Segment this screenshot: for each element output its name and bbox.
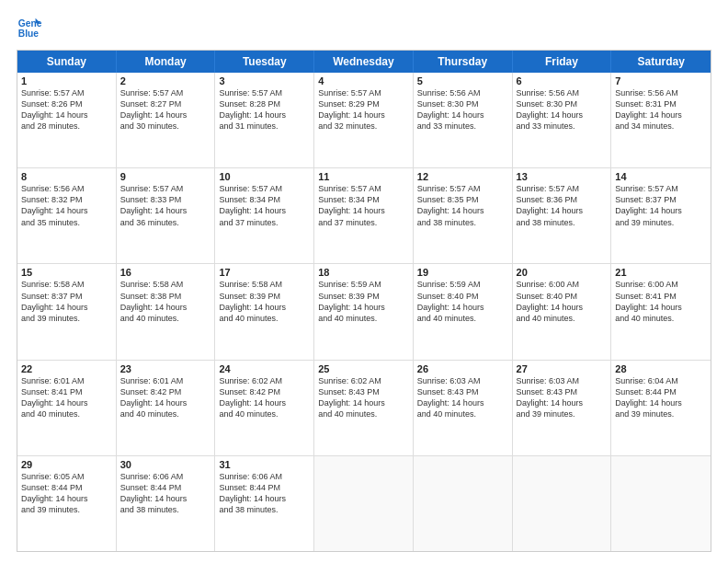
- cell-info: Sunrise: 5:56 AM Sunset: 8:30 PM Dayligh…: [417, 87, 508, 132]
- cell-info: Sunrise: 5:57 AM Sunset: 8:37 PM Dayligh…: [615, 183, 707, 228]
- day-number: 26: [417, 363, 508, 374]
- cell-info: Sunrise: 6:06 AM Sunset: 8:44 PM Dayligh…: [219, 471, 310, 516]
- day-number: 10: [219, 171, 310, 182]
- day-number: 14: [615, 171, 707, 182]
- day-number: 20: [517, 267, 608, 278]
- day-number: 19: [417, 267, 508, 278]
- day-number: 22: [21, 363, 112, 374]
- cell-info: Sunrise: 6:04 AM Sunset: 8:44 PM Dayligh…: [615, 375, 707, 420]
- cell-info: Sunrise: 5:57 AM Sunset: 8:34 PM Dayligh…: [219, 183, 310, 228]
- calendar-cell: 8Sunrise: 5:56 AM Sunset: 8:32 PM Daylig…: [17, 168, 117, 263]
- cell-info: Sunrise: 6:06 AM Sunset: 8:44 PM Dayligh…: [120, 471, 211, 516]
- header-day-friday: Friday: [513, 51, 612, 73]
- cell-info: Sunrise: 5:57 AM Sunset: 8:35 PM Dayligh…: [417, 183, 508, 228]
- cell-info: Sunrise: 6:05 AM Sunset: 8:44 PM Dayligh…: [21, 471, 112, 516]
- calendar-cell: 11Sunrise: 5:57 AM Sunset: 8:34 PM Dayli…: [314, 168, 414, 263]
- logo: General Blue: [17, 15, 46, 40]
- day-number: 2: [120, 75, 211, 86]
- calendar-cell: 23Sunrise: 6:01 AM Sunset: 8:42 PM Dayli…: [117, 361, 216, 455]
- page: General Blue SundayMondayTuesdayWednesda…: [0, 0, 728, 563]
- day-number: 29: [21, 459, 112, 470]
- header-day-thursday: Thursday: [414, 51, 513, 73]
- day-number: 16: [120, 267, 211, 278]
- calendar-cell: [314, 456, 414, 551]
- day-number: 27: [517, 363, 608, 374]
- calendar-cell: 12Sunrise: 5:57 AM Sunset: 8:35 PM Dayli…: [414, 168, 513, 263]
- cell-info: Sunrise: 5:58 AM Sunset: 8:39 PM Dayligh…: [219, 279, 310, 324]
- calendar-cell: 30Sunrise: 6:06 AM Sunset: 8:44 PM Dayli…: [117, 456, 216, 551]
- calendar-cell: 14Sunrise: 5:57 AM Sunset: 8:37 PM Dayli…: [611, 168, 711, 263]
- day-number: 25: [318, 363, 409, 374]
- calendar-cell: 3Sunrise: 5:57 AM Sunset: 8:28 PM Daylig…: [215, 73, 314, 167]
- cell-info: Sunrise: 5:58 AM Sunset: 8:38 PM Dayligh…: [120, 279, 211, 324]
- calendar-cell: 21Sunrise: 6:00 AM Sunset: 8:41 PM Dayli…: [611, 264, 711, 359]
- header-day-sunday: Sunday: [17, 51, 117, 73]
- cell-info: Sunrise: 6:02 AM Sunset: 8:43 PM Dayligh…: [318, 375, 409, 420]
- logo-icon: General Blue: [17, 15, 42, 40]
- cell-info: Sunrise: 5:58 AM Sunset: 8:37 PM Dayligh…: [21, 279, 112, 324]
- header-day-saturday: Saturday: [611, 51, 711, 73]
- cell-info: Sunrise: 5:57 AM Sunset: 8:34 PM Dayligh…: [318, 183, 409, 228]
- calendar: SundayMondayTuesdayWednesdayThursdayFrid…: [17, 50, 711, 552]
- calendar-body: 1Sunrise: 5:57 AM Sunset: 8:26 PM Daylig…: [17, 73, 711, 551]
- calendar-header: SundayMondayTuesdayWednesdayThursdayFrid…: [17, 51, 711, 73]
- cell-info: Sunrise: 5:57 AM Sunset: 8:29 PM Dayligh…: [318, 87, 409, 132]
- cell-info: Sunrise: 6:03 AM Sunset: 8:43 PM Dayligh…: [517, 375, 608, 420]
- calendar-cell: 19Sunrise: 5:59 AM Sunset: 8:40 PM Dayli…: [414, 264, 513, 359]
- calendar-cell: 13Sunrise: 5:57 AM Sunset: 8:36 PM Dayli…: [513, 168, 612, 263]
- cell-info: Sunrise: 6:01 AM Sunset: 8:42 PM Dayligh…: [120, 375, 211, 420]
- day-number: 21: [615, 267, 707, 278]
- cell-info: Sunrise: 5:56 AM Sunset: 8:32 PM Dayligh…: [21, 183, 112, 228]
- day-number: 15: [21, 267, 112, 278]
- day-number: 24: [219, 363, 310, 374]
- day-number: 18: [318, 267, 409, 278]
- cell-info: Sunrise: 6:03 AM Sunset: 8:43 PM Dayligh…: [417, 375, 508, 420]
- calendar-cell: 27Sunrise: 6:03 AM Sunset: 8:43 PM Dayli…: [513, 361, 612, 455]
- calendar-cell: [611, 456, 711, 551]
- calendar-cell: 25Sunrise: 6:02 AM Sunset: 8:43 PM Dayli…: [314, 361, 414, 455]
- cell-info: Sunrise: 5:59 AM Sunset: 8:40 PM Dayligh…: [417, 279, 508, 324]
- calendar-cell: 20Sunrise: 6:00 AM Sunset: 8:40 PM Dayli…: [513, 264, 612, 359]
- calendar-cell: 1Sunrise: 5:57 AM Sunset: 8:26 PM Daylig…: [17, 73, 117, 167]
- calendar-cell: 16Sunrise: 5:58 AM Sunset: 8:38 PM Dayli…: [117, 264, 216, 359]
- calendar-row-4: 22Sunrise: 6:01 AM Sunset: 8:41 PM Dayli…: [17, 361, 711, 456]
- cell-info: Sunrise: 5:57 AM Sunset: 8:26 PM Dayligh…: [21, 87, 112, 132]
- calendar-cell: 15Sunrise: 5:58 AM Sunset: 8:37 PM Dayli…: [17, 264, 117, 359]
- day-number: 9: [120, 171, 211, 182]
- day-number: 23: [120, 363, 211, 374]
- day-number: 17: [219, 267, 310, 278]
- svg-text:Blue: Blue: [18, 29, 40, 39]
- cell-info: Sunrise: 5:56 AM Sunset: 8:31 PM Dayligh…: [615, 87, 707, 132]
- header-day-monday: Monday: [117, 51, 216, 73]
- calendar-cell: 22Sunrise: 6:01 AM Sunset: 8:41 PM Dayli…: [17, 361, 117, 455]
- day-number: 31: [219, 459, 310, 470]
- calendar-cell: 2Sunrise: 5:57 AM Sunset: 8:27 PM Daylig…: [117, 73, 216, 167]
- calendar-cell: 29Sunrise: 6:05 AM Sunset: 8:44 PM Dayli…: [17, 456, 117, 551]
- day-number: 1: [21, 75, 112, 86]
- svg-text:General: General: [18, 18, 42, 29]
- calendar-cell: 9Sunrise: 5:57 AM Sunset: 8:33 PM Daylig…: [117, 168, 216, 263]
- calendar-cell: [513, 456, 612, 551]
- calendar-cell: 17Sunrise: 5:58 AM Sunset: 8:39 PM Dayli…: [215, 264, 314, 359]
- calendar-cell: [414, 456, 513, 551]
- calendar-cell: 26Sunrise: 6:03 AM Sunset: 8:43 PM Dayli…: [414, 361, 513, 455]
- calendar-cell: 24Sunrise: 6:02 AM Sunset: 8:42 PM Dayli…: [215, 361, 314, 455]
- cell-info: Sunrise: 6:00 AM Sunset: 8:40 PM Dayligh…: [517, 279, 608, 324]
- header-day-tuesday: Tuesday: [215, 51, 314, 73]
- day-number: 6: [517, 75, 608, 86]
- cell-info: Sunrise: 5:57 AM Sunset: 8:36 PM Dayligh…: [517, 183, 608, 228]
- day-number: 5: [417, 75, 508, 86]
- header: General Blue: [17, 15, 711, 40]
- day-number: 4: [318, 75, 409, 86]
- cell-info: Sunrise: 6:01 AM Sunset: 8:41 PM Dayligh…: [21, 375, 112, 420]
- cell-info: Sunrise: 5:57 AM Sunset: 8:28 PM Dayligh…: [219, 87, 310, 132]
- day-number: 8: [21, 171, 112, 182]
- day-number: 28: [615, 363, 707, 374]
- calendar-cell: 18Sunrise: 5:59 AM Sunset: 8:39 PM Dayli…: [314, 264, 414, 359]
- header-day-wednesday: Wednesday: [314, 51, 414, 73]
- calendar-cell: 10Sunrise: 5:57 AM Sunset: 8:34 PM Dayli…: [215, 168, 314, 263]
- day-number: 11: [318, 171, 409, 182]
- cell-info: Sunrise: 6:02 AM Sunset: 8:42 PM Dayligh…: [219, 375, 310, 420]
- cell-info: Sunrise: 5:57 AM Sunset: 8:27 PM Dayligh…: [120, 87, 211, 132]
- day-number: 7: [615, 75, 707, 86]
